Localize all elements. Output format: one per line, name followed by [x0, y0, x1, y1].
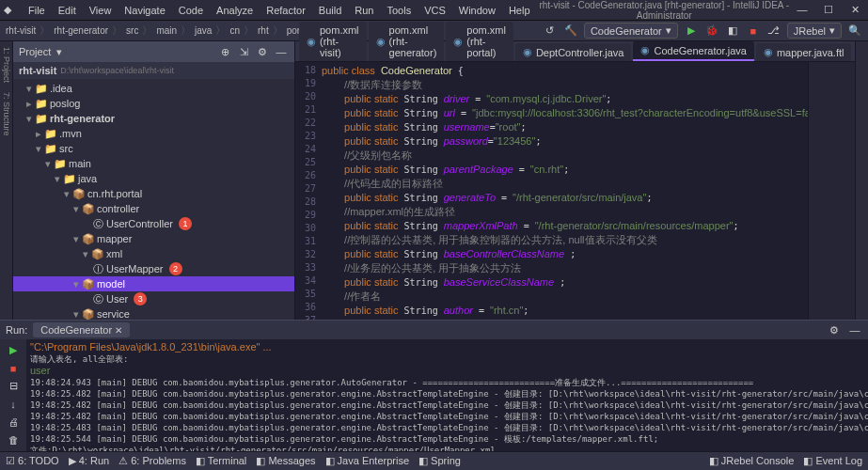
tree-item[interactable]: ▾📦mapper: [13, 231, 294, 246]
tree-item[interactable]: ▾📦cn.rht.portal: [13, 186, 294, 201]
status-tab[interactable]: ◧ Spring: [418, 455, 461, 467]
menu-edit[interactable]: Edit: [53, 3, 82, 18]
run-icon[interactable]: ▶: [684, 24, 699, 39]
menu-refactor[interactable]: Refactor: [260, 3, 311, 18]
tree-item[interactable]: ▸📁.mvn: [13, 126, 294, 141]
tree-item[interactable]: ▾📦controller: [13, 201, 294, 216]
breadcrumb[interactable]: rht-visit: [6, 25, 36, 36]
editor-tab[interactable]: ◉mapper.java.ftl: [756, 43, 852, 61]
project-header-title: Project: [19, 46, 51, 57]
tree-item[interactable]: ▾📦service: [13, 306, 294, 320]
status-tab[interactable]: ◧ Messages: [256, 455, 315, 467]
tree-item[interactable]: ⒸUser3: [13, 291, 294, 306]
project-tab[interactable]: 1: Project: [0, 45, 13, 85]
tree-item[interactable]: ▾📁src: [13, 141, 294, 156]
stop-icon[interactable]: ■: [746, 24, 761, 39]
scroll-icon[interactable]: ↓: [6, 398, 21, 412]
menu-navigate[interactable]: Navigate: [118, 3, 170, 18]
breadcrumb[interactable]: rht-generator: [54, 25, 108, 36]
run-panel: Run: CodeGenerator ✕ ⚙ — ▶ ■ ⊟ ↓ 🖨 🗑 "C:…: [0, 320, 868, 451]
stop-icon[interactable]: ■: [6, 361, 21, 375]
editor-tabs: ◉pom.xml (rht-visit)◉pom.xml (rht-genera…: [295, 41, 855, 62]
coverage-icon[interactable]: ◧: [725, 24, 740, 39]
run-config-combo[interactable]: CodeGenerator▾: [584, 23, 678, 39]
breadcrumb[interactable]: src: [126, 25, 138, 36]
menu-window[interactable]: Window: [453, 3, 501, 18]
sync-icon[interactable]: ↺: [543, 24, 558, 39]
search-icon[interactable]: 🔍: [847, 24, 862, 39]
menu-code[interactable]: Code: [173, 3, 209, 18]
layout-icon[interactable]: ⊟: [6, 379, 21, 393]
statusbar: ☑ 6: TODO▶ 4: Run⚠ 6: Problems◧ Terminal…: [0, 451, 868, 470]
gutter: 1819202122232425262728293031323334353637…: [295, 62, 322, 320]
hammer-icon[interactable]: 🔨: [563, 24, 578, 39]
breadcrumb[interactable]: rht: [258, 25, 269, 36]
maximize-icon[interactable]: ☐: [819, 4, 838, 16]
menu-vcs[interactable]: VCS: [418, 3, 451, 18]
console[interactable]: "C:\Program Files\Java\jdk1.8.0_231\bin\…: [26, 339, 868, 451]
tree-item[interactable]: ▾📦xml: [13, 246, 294, 261]
hide-icon[interactable]: —: [847, 322, 862, 337]
breadcrumb[interactable]: main: [156, 25, 177, 36]
editor-tab[interactable]: ◉DeptController.java: [515, 43, 632, 61]
menu-tools[interactable]: Tools: [381, 3, 417, 18]
editor-tab[interactable]: ◉pom.xml (rht-generator): [369, 22, 445, 61]
tree-item[interactable]: ▾📁java: [13, 171, 294, 186]
menu-run[interactable]: Run: [349, 3, 379, 18]
run-label: Run:: [6, 324, 27, 336]
menu-file[interactable]: File: [23, 3, 51, 18]
structure-tab[interactable]: 7: Structure: [0, 90, 13, 138]
minimap[interactable]: [808, 62, 855, 320]
tree-item[interactable]: ▾📁main: [13, 156, 294, 171]
jrebel-combo[interactable]: JRebel▾: [787, 23, 842, 39]
tree-item[interactable]: ▾📁.idea: [13, 81, 294, 96]
collapse-icon[interactable]: ⇲: [236, 44, 251, 59]
minimize-icon[interactable]: —: [793, 4, 812, 16]
gear-icon[interactable]: ⚙: [255, 44, 270, 59]
project-root[interactable]: rht-visit: [19, 65, 56, 76]
tree-item[interactable]: ⒸUserController1: [13, 216, 294, 231]
run-tab[interactable]: CodeGenerator ✕: [33, 322, 130, 337]
menu-view[interactable]: View: [84, 3, 118, 18]
titlebar: ◆ FileEditViewNavigateCodeAnalyzeRefacto…: [0, 0, 868, 21]
status-tab[interactable]: ☑ 6: TODO: [6, 455, 59, 467]
git-icon[interactable]: ⎇: [766, 24, 781, 39]
chevron-down-icon: ▾: [666, 24, 671, 37]
hide-icon[interactable]: —: [274, 44, 289, 59]
gear-icon[interactable]: ⚙: [827, 322, 842, 337]
breadcrumb[interactable]: java: [195, 25, 212, 36]
editor-tab[interactable]: ◉pom.xml (rht-portal): [446, 22, 513, 61]
status-tab[interactable]: ⚠ 6: Problems: [118, 455, 186, 467]
status-tab[interactable]: ◧ Java Enterprise: [325, 455, 409, 467]
menubar: FileEditViewNavigateCodeAnalyzeRefactorB…: [23, 3, 536, 18]
tree-item[interactable]: ▸📁poslog: [13, 96, 294, 111]
left-gutter: 1: Project 7: Structure: [0, 41, 13, 320]
status-right[interactable]: ◧ JRebel Console: [709, 455, 795, 467]
project-path: D:\rht\workspace\ideal\rht-visit: [60, 66, 174, 75]
menu-build[interactable]: Build: [313, 3, 347, 18]
tree-item[interactable]: ▾📦model: [13, 276, 294, 291]
editor: ◉pom.xml (rht-visit)◉pom.xml (rht-genera…: [295, 41, 855, 320]
status-tab[interactable]: ◧ Terminal: [196, 455, 246, 467]
right-gutter: [855, 41, 868, 320]
code-body[interactable]: public class CodeGenerator { //数据库连接参数 p…: [322, 62, 808, 320]
menu-help[interactable]: Help: [503, 3, 536, 18]
app-icon: ◆: [4, 4, 17, 17]
project-panel: Project▾ ⊕ ⇲ ⚙ — rht-visit D:\rht\worksp…: [13, 41, 295, 320]
window-title: rht-visit - CodeGenerator.java [rht-gene…: [536, 0, 793, 21]
breadcrumb[interactable]: cn: [229, 25, 240, 36]
menu-analyze[interactable]: Analyze: [211, 3, 259, 18]
trash-icon[interactable]: 🗑: [6, 433, 21, 447]
print-icon[interactable]: 🖨: [6, 415, 21, 430]
status-tab[interactable]: ▶ 4: Run: [69, 455, 109, 467]
rerun-icon[interactable]: ▶: [6, 343, 21, 357]
editor-tab[interactable]: ◉pom.xml (rht-visit): [299, 22, 367, 61]
target-icon[interactable]: ⊕: [217, 44, 232, 59]
project-tree[interactable]: ▾📁.idea▸📁poslog▾📁rht-generator▸📁.mvn▾📁sr…: [13, 79, 294, 320]
close-icon[interactable]: ✕: [845, 4, 864, 16]
status-right[interactable]: ◧ Event Log: [803, 455, 862, 467]
editor-tab[interactable]: ◉CodeGenerator.java: [633, 41, 753, 61]
tree-item[interactable]: ▾📁rht-generator: [13, 111, 294, 126]
tree-item[interactable]: ⒾUserMapper2: [13, 261, 294, 276]
debug-icon[interactable]: 🐞: [704, 24, 719, 39]
